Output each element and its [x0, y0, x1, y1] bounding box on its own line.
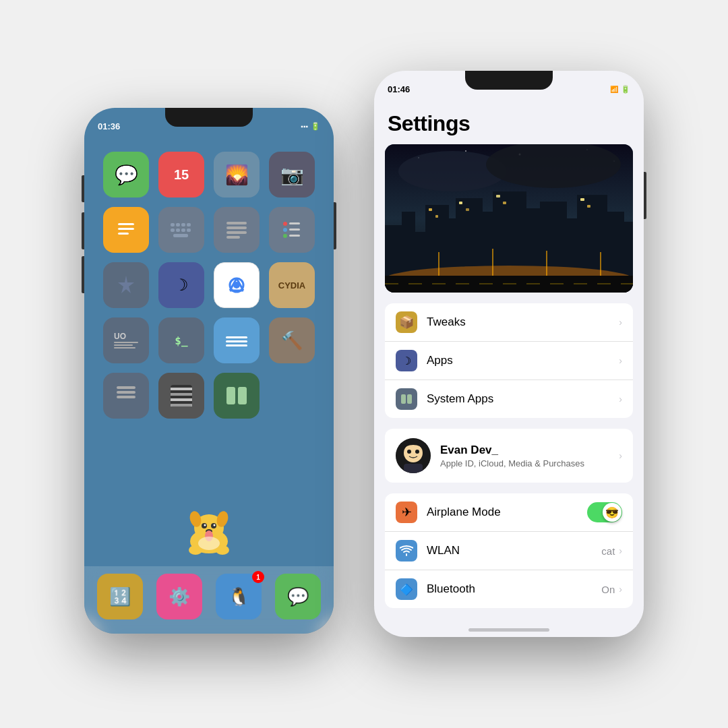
settings-title: Settings: [374, 100, 644, 144]
app-files[interactable]: [214, 317, 260, 363]
tweaks-icon: 📦: [396, 311, 417, 333]
apps-label: Apps: [427, 354, 619, 367]
wlan-row[interactable]: WLAN cat ›: [385, 532, 633, 570]
svg-rect-21: [289, 235, 300, 237]
app-calendar[interactable]: 15: [158, 152, 204, 198]
dock: 🔢 ⚙️ 🐧 1 💬: [84, 566, 334, 634]
city-wallpaper: [385, 144, 633, 293]
phone-left: 01:36 ▪▪▪ 🔋 💬 15 🌄 📷: [84, 108, 334, 634]
penguin-badge: 1: [252, 571, 264, 583]
svg-rect-33: [117, 396, 135, 398]
app-chrome[interactable]: [214, 262, 260, 308]
app-clock[interactable]: [214, 207, 260, 253]
svg-rect-81: [503, 202, 506, 204]
system-apps-arrow: ›: [619, 394, 622, 404]
apps-icon-symbol: ☽: [402, 355, 411, 367]
svg-rect-39: [226, 387, 235, 404]
svg-point-53: [198, 537, 220, 550]
profile-info: Evan Dev_ Apple ID, iCloud, Media & Purc…: [440, 444, 619, 468]
svg-rect-25: [114, 342, 138, 343]
airplane-toggle[interactable]: 😎: [587, 502, 622, 522]
bluetooth-icon-symbol: 🔷: [400, 583, 413, 596]
airplane-row[interactable]: ✈ Airplane Mode 😎: [385, 493, 633, 532]
svg-rect-15: [226, 236, 240, 239]
svg-point-94: [404, 444, 423, 462]
time-left: 01:36: [98, 121, 120, 131]
profile-row[interactable]: Evan Dev_ Apple ID, iCloud, Media & Purc…: [385, 429, 633, 483]
app-manager[interactable]: [103, 373, 149, 419]
app-keyboard[interactable]: [158, 207, 204, 253]
app-photos[interactable]: 🌄: [214, 152, 260, 198]
power-button[interactable]: [334, 202, 336, 249]
svg-rect-40: [238, 387, 247, 404]
power-button-right[interactable]: [644, 172, 646, 219]
svg-rect-9: [181, 229, 185, 232]
airplane-icon-symbol: ✈: [402, 505, 412, 520]
app-cydia[interactable]: CYDIA: [269, 262, 315, 308]
app-uo[interactable]: UO: [103, 317, 149, 363]
airplane-label: Airplane Mode: [427, 506, 587, 519]
svg-rect-4: [176, 223, 180, 226]
apps-icon: ☽: [396, 350, 417, 371]
dock-calculator[interactable]: 🔢: [97, 574, 143, 619]
svg-rect-3: [171, 223, 175, 226]
svg-rect-78: [459, 202, 462, 204]
svg-point-20: [283, 234, 287, 238]
bluetooth-value: On: [601, 584, 615, 595]
scene: 01:36 ▪▪▪ 🔋 💬 15 🌄 📷: [0, 0, 728, 728]
airplane-icon: ✈: [396, 502, 417, 523]
svg-rect-19: [289, 229, 300, 231]
svg-rect-97: [404, 464, 423, 473]
app-camera[interactable]: 📷: [269, 152, 315, 198]
svg-point-96: [415, 450, 419, 454]
svg-rect-32: [117, 391, 135, 394]
wlan-arrow: ›: [619, 545, 622, 556]
status-icons-left: ▪▪▪ 🔋: [301, 122, 320, 131]
settings-screen: 01:46 📶 🔋 Settings: [374, 71, 644, 637]
apps-arrow: ›: [619, 355, 622, 366]
apps-section: 📦 Tweaks › ☽ Apps ›: [385, 303, 633, 418]
dock-penguin[interactable]: 🐧 1: [216, 574, 262, 619]
apps-row[interactable]: ☽ Apps ›: [385, 342, 633, 380]
svg-rect-36: [171, 393, 192, 396]
svg-rect-14: [226, 231, 247, 234]
wlan-label: WLAN: [427, 544, 601, 557]
bluetooth-label: Bluetooth: [427, 582, 601, 596]
battery-icon: 🔋: [311, 122, 320, 131]
app-star[interactable]: [103, 262, 149, 308]
profile-arrow: ›: [619, 450, 622, 461]
svg-rect-28: [226, 336, 247, 338]
dock-settings2[interactable]: ⚙️: [156, 574, 202, 619]
toggle-knob: 😎: [603, 503, 621, 522]
svg-rect-29: [226, 340, 247, 342]
app-notes[interactable]: [103, 207, 149, 253]
connectivity-section: ✈ Airplane Mode 😎 WLAN: [385, 493, 633, 608]
svg-rect-80: [496, 195, 500, 198]
status-icons-right: 📶 🔋: [610, 85, 630, 94]
svg-rect-26: [114, 344, 133, 346]
app-terminal[interactable]: $_: [158, 317, 204, 363]
signal-icon: ▪▪▪: [301, 123, 308, 130]
bluetooth-icon: 🔷: [396, 578, 417, 600]
bluetooth-row[interactable]: 🔷 Bluetooth On ›: [385, 570, 633, 608]
time-right: 01:46: [388, 84, 410, 94]
app-store[interactable]: ☽: [158, 262, 204, 308]
svg-rect-6: [187, 223, 191, 226]
svg-rect-31: [117, 386, 135, 389]
app-reminders[interactable]: [269, 207, 315, 253]
app-sideby[interactable]: [214, 373, 260, 419]
system-apps-label: System Apps: [427, 392, 619, 406]
app-messages[interactable]: 💬: [103, 152, 149, 198]
system-apps-row[interactable]: System Apps ›: [385, 380, 633, 418]
app-zebra[interactable]: [158, 373, 204, 419]
svg-point-18: [283, 228, 287, 232]
home-indicator-right: [468, 628, 549, 632]
tweaks-row[interactable]: 📦 Tweaks ›: [385, 303, 633, 342]
svg-point-47: [204, 524, 206, 526]
svg-rect-5: [181, 223, 185, 226]
profile-name: Evan Dev_: [440, 444, 619, 457]
app-hammer[interactable]: 🔨: [269, 317, 315, 363]
svg-rect-82: [580, 198, 584, 201]
svg-rect-13: [226, 226, 247, 229]
dock-chat[interactable]: 💬: [275, 574, 321, 619]
